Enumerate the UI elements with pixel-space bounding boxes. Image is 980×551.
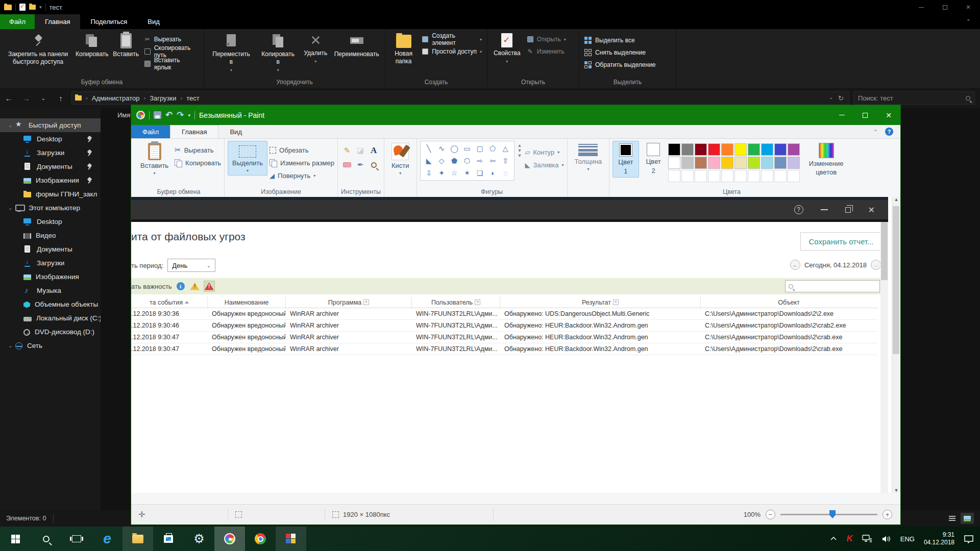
search-input[interactable]: Поиск: тест [853,91,975,105]
column-filter-icon[interactable]: + [475,299,480,305]
save-icon[interactable] [154,111,161,119]
forward-icon[interactable]: → [17,94,35,103]
sidebar-item-music[interactable]: Музыка [0,284,101,297]
shapes-scroll-up-icon[interactable]: ▲ [518,143,522,148]
sidebar-item-drive[interactable]: Локальный диск (C:) [0,311,101,325]
palette-color[interactable] [761,157,773,169]
select-none-button[interactable]: Снять выделение [582,47,658,58]
taskbar-app-tile[interactable] [276,527,306,551]
kaspersky-tray-icon[interactable]: K [846,534,852,544]
crop-button[interactable]: Обрезать [270,145,334,155]
collapse-ribbon-icon[interactable]: ⌃ [873,129,878,135]
expander-chevron-icon[interactable]: ⌄ [8,343,15,348]
copy-button[interactable]: Копировать [74,31,110,60]
palette-empty-slot[interactable] [788,170,800,182]
cut-button[interactable]: ✂ Вырезать [142,34,201,44]
shape-icon[interactable]: ✦ [435,167,448,179]
fill-tool[interactable]: ◪ [354,144,366,157]
palette-color[interactable] [774,143,787,156]
taskbar-file-explorer[interactable] [122,527,153,551]
sidebar-item-network[interactable]: ⌄Сеть [0,339,101,353]
palette-empty-slot[interactable] [708,170,720,182]
shape-icon[interactable]: ╲ [423,142,435,155]
minimize-button[interactable] [910,0,933,14]
palette-color[interactable] [668,143,680,156]
shape-icon[interactable]: ◣ [423,155,435,167]
large-icons-view-button[interactable] [961,513,974,524]
shape-icon[interactable]: ◗ [486,167,499,179]
thickness-button[interactable]: Толщина▾ [571,141,606,173]
sidebar-item-download[interactable]: Загрузки [0,146,101,160]
taskbar-edge[interactable]: e [92,527,122,551]
tab-home[interactable]: Главная [35,14,80,29]
scroll-up-icon[interactable]: ▲ [894,197,899,202]
palette-color[interactable] [734,157,747,169]
help-icon[interactable]: ? [885,128,893,136]
start-button[interactable] [0,527,31,551]
palette-color[interactable] [788,157,800,169]
sidebar-item-picture[interactable]: Изображения [0,270,101,284]
palette-empty-slot[interactable] [668,170,680,182]
paste-shortcut-button[interactable]: Вставить ярлык [142,59,201,69]
cut-button[interactable]: ✂ Вырезать [175,145,221,155]
select-button[interactable]: Выделить▾ [228,141,267,176]
palette-color[interactable] [708,157,720,169]
shape-icon[interactable]: ⇦ [486,155,499,167]
shape-icon[interactable]: ⇩ [423,167,435,179]
shape-outline-button[interactable]: ▱ Контур▾ [525,147,564,157]
color-picker-tool[interactable]: ✒ [354,158,366,171]
zoom-slider-thumb[interactable] [829,510,836,518]
column-header[interactable]: Результат+ [500,297,701,308]
eraser-tool[interactable] [341,158,353,171]
tab-share[interactable]: Поделиться [80,14,137,29]
shape-icon[interactable]: ▢ [474,142,486,155]
edit-colors-button[interactable]: Изменение цветов [802,141,851,179]
sidebar-item-monitor[interactable]: Desktop [0,215,101,229]
shape-icon[interactable]: ◌ [499,167,512,179]
refresh-icon[interactable]: ↻ [838,94,844,102]
palette-color[interactable] [681,157,694,169]
breadcrumb-administrator[interactable]: Администратор [92,94,140,102]
expander-chevron-icon[interactable]: ⌄ [8,205,15,211]
shape-icon[interactable]: ◯ [448,142,461,155]
paste-button[interactable]: Вставить▾ [136,141,173,178]
back-icon[interactable]: ← [0,94,17,103]
palette-color[interactable] [748,157,760,169]
quick-access-new-folder-icon[interactable] [29,5,36,10]
shape-icon[interactable]: ⇧ [499,155,512,167]
palette-color[interactable] [734,143,747,156]
column-header[interactable]: та события [131,297,208,308]
copy-path-button[interactable]: Скопировать путь [142,46,201,57]
shapes-more-icon[interactable]: ▼ [518,153,522,158]
language-indicator[interactable]: ENG [900,535,915,543]
invert-selection-button[interactable]: Обратить выделение [582,60,658,70]
brushes-button[interactable]: Кисти▾ [387,141,413,178]
sidebar-item-document[interactable]: Документы [0,160,101,173]
easy-access-button[interactable]: Простой доступ▾ [420,46,484,57]
palette-color[interactable] [721,157,733,169]
quick-access-properties-icon[interactable] [19,4,26,11]
palette-empty-slot[interactable] [761,170,773,182]
new-item-button[interactable]: Создать элемент▾ [420,34,484,44]
rename-button[interactable]: Переименовать [331,31,382,60]
shape-icon[interactable]: ⬠ [486,142,499,155]
move-to-button[interactable]: Переместить в▾ [207,31,255,74]
breadcrumb-downloads[interactable]: Загрузки [150,94,176,102]
palette-empty-slot[interactable] [734,170,747,182]
shape-icon[interactable]: ▭ [461,142,474,155]
shape-icon[interactable]: △ [499,142,512,155]
quick-access-customize-icon[interactable]: ▾ [188,113,191,118]
address-field[interactable]: › Администратор › Загрузки › тест ⌄ ↻ [71,91,849,105]
palette-color[interactable] [668,157,680,169]
sidebar-item-picture[interactable]: Изображения [0,173,101,187]
column-header[interactable]: Наименование [208,297,286,308]
palette-empty-slot[interactable] [748,170,760,182]
sidebar-item-star[interactable]: ⌄Быстрый доступ [0,118,101,132]
pin-to-quick-access-button[interactable]: Закрепить на панели быстрого доступа [3,31,73,68]
quick-access-customize-icon[interactable]: ▾ [39,5,42,10]
shapes-scroll-down-icon[interactable]: ▼ [518,148,522,153]
copy-button[interactable]: Копировать [175,158,221,168]
taskbar-store[interactable] [153,527,184,551]
palette-color[interactable] [721,143,733,156]
palette-color[interactable] [695,157,707,169]
